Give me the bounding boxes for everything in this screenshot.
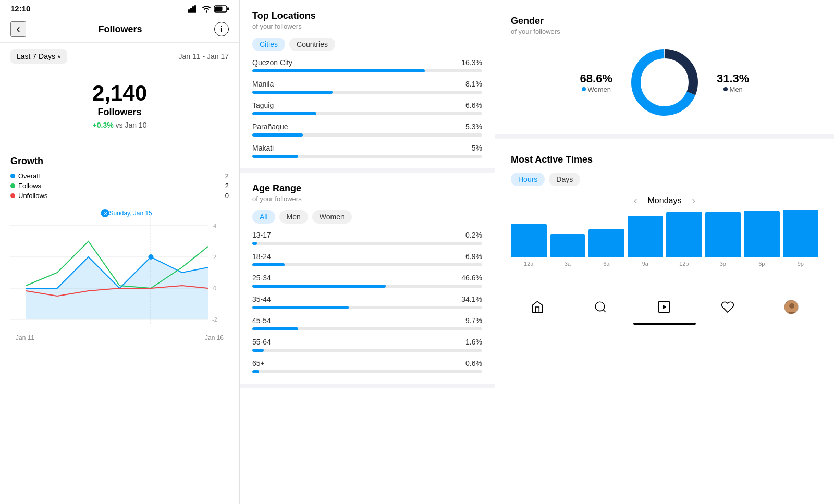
age-bar-track <box>252 327 482 330</box>
gender-subtitle: of your followers <box>511 28 818 35</box>
age-label: 65+ 0.6% <box>252 359 482 367</box>
age-bar-track <box>252 370 482 373</box>
location-item: Makati 5% <box>252 144 482 158</box>
nav-activity[interactable] <box>721 300 734 314</box>
prev-day-button[interactable]: ‹ <box>634 194 637 206</box>
tab-women-ages[interactable]: Women <box>312 210 352 224</box>
location-name: Manila <box>252 80 274 88</box>
bar-col: 6p <box>744 211 780 267</box>
location-pct: 5.3% <box>465 122 482 131</box>
location-label: Parañaque 5.3% <box>252 122 482 131</box>
middle-panel: Top Locations of your followers Cities C… <box>240 0 495 504</box>
women-pct: 68.6% <box>580 72 612 85</box>
women-dot <box>582 87 586 91</box>
gender-section: Gender of your followers 68.6% Women <box>495 0 834 139</box>
nav-reels[interactable] <box>657 300 671 314</box>
followers-change: +0.3% vs Jan 10 <box>10 121 229 129</box>
svg-point-17 <box>148 254 153 260</box>
age-item: 25-34 46.6% <box>252 274 482 288</box>
cities-list: Quezon City 16.3% Manila 8.1% Taguig 6.6… <box>252 58 482 158</box>
legend-row: Overall 2 Follows 2 Unfollows 0 <box>10 172 229 200</box>
age-bar-track <box>252 242 482 245</box>
age-bar-fill <box>252 370 259 373</box>
legend-unfollows-dot <box>10 193 15 198</box>
current-day: Mondays <box>648 196 682 205</box>
age-bar-fill <box>252 306 349 309</box>
svg-marker-27 <box>663 305 667 310</box>
men-dot <box>723 87 728 91</box>
bar-col-label: 12a <box>524 261 533 267</box>
location-pct: 16.3% <box>461 58 482 67</box>
tab-hours[interactable]: Hours <box>511 173 545 186</box>
age-bar-fill <box>252 285 386 288</box>
followers-change-vs: vs Jan 10 <box>116 121 147 129</box>
nav-profile[interactable] <box>784 300 799 314</box>
bar-col-bar <box>588 229 624 257</box>
legend-follows-label: Follows <box>18 182 41 190</box>
men-name: Men <box>717 85 749 93</box>
bar-fill <box>252 155 298 158</box>
location-name: Parañaque <box>252 122 288 131</box>
chart-labels: Jan 11 Jan 16 <box>10 334 229 341</box>
age-item: 18-24 6.9% <box>252 252 482 266</box>
age-pct: 46.6% <box>461 274 482 282</box>
bar-col-label: 3p <box>720 261 726 267</box>
age-tab-row: All Men Women <box>252 210 482 224</box>
age-pct: 0.2% <box>465 231 482 239</box>
growth-chart-svg: 4 2 0 -2 Sunday, Jan 15 ✕ <box>10 205 229 330</box>
most-active-section: Most Active Times Hours Days ‹ Mondays ›… <box>495 139 834 277</box>
age-bar-track <box>252 285 482 288</box>
age-label: 55-64 1.6% <box>252 338 482 346</box>
active-times-tab-row: Hours Days <box>511 173 818 186</box>
location-name: Makati <box>252 144 274 152</box>
most-active-title: Most Active Times <box>511 154 818 165</box>
age-pct: 0.6% <box>465 359 482 367</box>
age-bar-fill <box>252 327 298 330</box>
location-label: Taguig 6.6% <box>252 101 482 109</box>
age-bar-track <box>252 306 482 309</box>
followers-label: Followers <box>10 107 229 118</box>
age-range-label: 55-64 <box>252 338 271 346</box>
legend-follows: Follows 2 <box>10 182 229 190</box>
bottom-nav <box>495 293 834 318</box>
age-item: 65+ 0.6% <box>252 359 482 373</box>
age-item: 45-54 9.7% <box>252 316 482 330</box>
tab-men-ages[interactable]: Men <box>279 210 308 224</box>
age-range-label: 13-17 <box>252 231 271 239</box>
bar-track <box>252 112 482 115</box>
svg-line-25 <box>603 310 606 312</box>
top-locations-title: Top Locations <box>252 10 482 21</box>
svg-rect-1 <box>190 8 192 13</box>
back-button[interactable]: ‹ <box>10 21 26 37</box>
legend-unfollows-value: 0 <box>225 192 229 200</box>
bar-col: 3p <box>705 212 741 267</box>
time: 12:10 <box>10 4 30 13</box>
svg-point-29 <box>789 303 794 309</box>
svg-text:0: 0 <box>213 285 216 291</box>
bar-track <box>252 133 482 137</box>
tab-all-ages[interactable]: All <box>252 210 275 224</box>
bar-col-label: 6p <box>758 261 765 267</box>
age-bar-track <box>252 263 482 266</box>
svg-text:2: 2 <box>213 254 216 260</box>
page-title: Followers <box>98 24 142 35</box>
bar-track <box>252 69 482 72</box>
age-bar-track <box>252 349 482 352</box>
tab-countries[interactable]: Countries <box>289 38 335 51</box>
age-range-section: Age Range of your followers All Men Wome… <box>240 173 495 388</box>
nav-home[interactable] <box>531 300 544 314</box>
location-label: Quezon City 16.3% <box>252 58 482 67</box>
gender-donut <box>628 46 701 119</box>
age-item: 55-64 1.6% <box>252 338 482 352</box>
bar-col-label: 3a <box>565 261 571 267</box>
followers-hero: 2,140 Followers +0.3% vs Jan 10 <box>0 70 239 145</box>
date-filter-button[interactable]: Last 7 Days ∨ <box>10 49 67 64</box>
tab-cities[interactable]: Cities <box>252 38 285 51</box>
info-button[interactable]: i <box>214 22 229 36</box>
bar-fill <box>252 112 316 115</box>
battery-icon <box>214 5 229 13</box>
next-day-button[interactable]: › <box>692 194 695 206</box>
tab-days[interactable]: Days <box>549 173 580 186</box>
age-list: 13-17 0.2% 18-24 6.9% 25-34 46.6% 35-44 … <box>252 231 482 373</box>
nav-search[interactable] <box>594 300 607 314</box>
